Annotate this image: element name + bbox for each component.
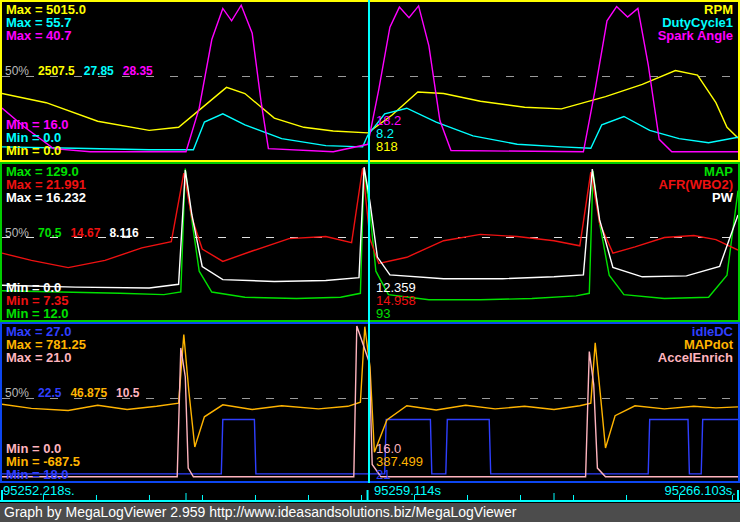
fifty-percent-row-idledc: 50% 22.5 46.875 10.5 bbox=[5, 387, 139, 399]
time-end-label: 95266.103s. bbox=[664, 484, 736, 497]
graph-panel-rpm[interactable]: Max = 5015.0 Max = 55.7 Max = 40.7 RPM D… bbox=[0, 0, 740, 162]
status-bar: Graph by MegaLogViewer 2.959 http://www.… bbox=[0, 503, 740, 522]
cursor-idledc: 21 bbox=[376, 468, 423, 481]
time-axis: 95252.218s. 95259.114s 95266.103s. bbox=[0, 483, 740, 503]
min-labels-map: Min = 0.0 Min = 7.35 Min = 12.0 bbox=[6, 281, 69, 320]
time-cursor-label: 95259.114s bbox=[374, 484, 441, 497]
fifty-mapdot: 46.875 bbox=[70, 387, 107, 399]
megalogviewer-graph-window: Max = 5015.0 Max = 55.7 Max = 40.7 RPM D… bbox=[0, 0, 740, 522]
min-labels-idledc: Min = 0.0 Min = -687.5 Min = 18.0 bbox=[6, 442, 80, 481]
max-pw: Max = 16.232 bbox=[6, 191, 86, 204]
cursor-values-idledc: 16.0 387.499 21 bbox=[376, 442, 423, 481]
legend-rpm-panel: RPM DutyCycle1 Spark Angle bbox=[658, 3, 733, 42]
legend-idledc-panel: idleDC MAPdot AccelEnrich bbox=[658, 325, 733, 364]
data-cursor-line[interactable] bbox=[368, 0, 370, 483]
fifty-accelenrich: 10.5 bbox=[116, 387, 139, 399]
min-labels-rpm: Min = 16.0 Min = 0.0 Min = 0.0 bbox=[6, 118, 69, 157]
cursor-rpm: 818 bbox=[376, 140, 401, 153]
idledc-plot-area[interactable] bbox=[2, 324, 738, 481]
fifty-afr: 14.67 bbox=[70, 227, 100, 239]
legend-pw: PW bbox=[659, 191, 733, 204]
min-rpm: Min = 0.0 bbox=[6, 144, 69, 157]
max-labels-rpm: Max = 5015.0 Max = 55.7 Max = 40.7 bbox=[6, 3, 86, 42]
legend-accelenrich: AccelEnrich bbox=[658, 351, 733, 364]
fifty-idledc: 22.5 bbox=[38, 387, 61, 399]
fifty-percent-label: 50% bbox=[5, 65, 29, 77]
time-axis-ticks bbox=[0, 483, 740, 503]
rpm-plot-area[interactable] bbox=[2, 2, 738, 160]
fifty-percent-label: 50% bbox=[5, 227, 29, 239]
fifty-pw: 8.116 bbox=[109, 227, 138, 239]
max-sparkangle: Max = 40.7 bbox=[6, 29, 86, 42]
fifty-rpm: 2507.5 bbox=[38, 65, 75, 77]
cursor-map: 93 bbox=[376, 307, 416, 320]
cursor-values-map: 12.359 14.958 93 bbox=[376, 281, 416, 320]
max-accelenrich: Max = 21.0 bbox=[6, 351, 86, 364]
legend-map-panel: MAP AFR(WBO2) PW bbox=[659, 165, 733, 204]
min-idledc: Min = 18.0 bbox=[6, 468, 80, 481]
graph-panel-map[interactable]: Max = 129.0 Max = 21.991 Max = 16.232 MA… bbox=[0, 162, 740, 322]
map-plot-area[interactable] bbox=[2, 164, 738, 320]
legend-sparkangle: Spark Angle bbox=[658, 29, 733, 42]
fifty-map: 70.5 bbox=[38, 227, 61, 239]
max-labels-map: Max = 129.0 Max = 21.991 Max = 16.232 bbox=[6, 165, 86, 204]
max-labels-idledc: Max = 27.0 Max = 781.25 Max = 21.0 bbox=[6, 325, 86, 364]
fifty-percent-row-map: 50% 70.5 14.67 8.116 bbox=[5, 227, 139, 239]
min-map: Min = 12.0 bbox=[6, 307, 69, 320]
fifty-dutycycle: 27.85 bbox=[84, 65, 114, 77]
time-start-label: 95252.218s. bbox=[3, 484, 75, 497]
graph-panel-idledc[interactable]: Max = 27.0 Max = 781.25 Max = 21.0 idleD… bbox=[0, 322, 740, 483]
fifty-sparkangle: 28.35 bbox=[123, 65, 153, 77]
cursor-values-rpm: 18.2 8.2 818 bbox=[376, 114, 401, 153]
fifty-percent-label: 50% bbox=[5, 387, 29, 399]
fifty-percent-row-rpm: 50% 2507.5 27.85 28.35 bbox=[5, 65, 153, 77]
